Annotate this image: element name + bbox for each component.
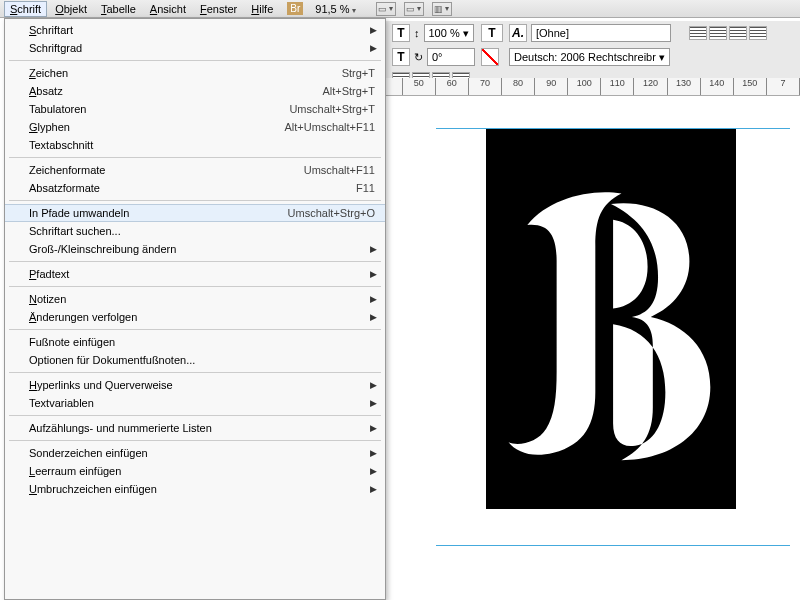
view-mode-icon-3[interactable]: ▥	[432, 2, 452, 16]
canvas[interactable]	[386, 96, 800, 600]
align-justify-icon[interactable]	[749, 26, 767, 40]
align-center-icon[interactable]	[709, 26, 727, 40]
language-field[interactable]: Deutsch: 2006 Rechtschreibr ▾	[509, 48, 670, 66]
menu-item-glyphen[interactable]: GlyphenAlt+Umschalt+F11	[5, 118, 385, 136]
menu-item-zeichen[interactable]: ZeichenStrg+T	[5, 64, 385, 82]
view-mode-icon-2[interactable]: ▭	[404, 2, 424, 16]
align-buttons[interactable]	[689, 26, 794, 40]
menu-item-optionen[interactable]: Optionen für Dokumentfußnoten...	[5, 351, 385, 369]
menu-schrift[interactable]: Schrift	[4, 1, 47, 17]
horizontal-ruler: 50 60 70 80 90 100 110 120 130 140 150 7	[386, 78, 800, 96]
schrift-menu-dropdown: Schriftart▶ Schriftgrad▶ ZeichenStrg+T A…	[4, 18, 386, 600]
menu-item-absatzformate[interactable]: AbsatzformateF11	[5, 179, 385, 197]
rotation-field[interactable]: 0°	[427, 48, 475, 66]
char-style-field[interactable]: [Ohne]	[531, 24, 671, 42]
no-fill-icon[interactable]	[481, 48, 499, 66]
menu-tabelle[interactable]: Tabelle	[95, 1, 142, 17]
menu-item-umbruch[interactable]: Umbruchzeichen einfügen▶	[5, 480, 385, 498]
menu-item-listen[interactable]: Aufzählungs- und nummerierte Listen▶	[5, 419, 385, 437]
menu-item-tabulatoren[interactable]: TabulatorenUmschalt+Strg+T	[5, 100, 385, 118]
menu-objekt[interactable]: Objekt	[49, 1, 93, 17]
character-icon: T	[392, 24, 410, 42]
view-mode-icon-1[interactable]: ▭	[376, 2, 396, 16]
menu-item-schriftgrad[interactable]: Schriftgrad▶	[5, 39, 385, 57]
char-a-icon: A.	[509, 24, 527, 42]
menu-item-hyperlinks[interactable]: Hyperlinks und Querverweise▶	[5, 376, 385, 394]
artwork-frame[interactable]	[486, 129, 736, 509]
menu-item-pfadtext[interactable]: Pfadtext▶	[5, 265, 385, 283]
menu-item-notizen[interactable]: Notizen▶	[5, 290, 385, 308]
menu-fenster[interactable]: Fenster	[194, 1, 243, 17]
menu-ansicht[interactable]: Ansicht	[144, 1, 192, 17]
menu-item-gross-klein[interactable]: Groß-/Kleinschreibung ändern▶	[5, 240, 385, 258]
letter-b-glyph	[496, 154, 726, 484]
menu-item-textabschnitt[interactable]: Textabschnitt	[5, 136, 385, 154]
menu-item-schriftart-suchen[interactable]: Schriftart suchen...	[5, 222, 385, 240]
char-style-icon: T	[481, 24, 503, 42]
menu-item-aenderungen[interactable]: Änderungen verfolgen▶	[5, 308, 385, 326]
menu-item-textvariablen[interactable]: Textvariablen▶	[5, 394, 385, 412]
menu-item-leerraum[interactable]: Leerraum einfügen▶	[5, 462, 385, 480]
menu-hilfe[interactable]: Hilfe	[245, 1, 279, 17]
menu-item-in-pfade-umwandeln[interactable]: In Pfade umwandelnUmschalt+Strg+O	[5, 204, 385, 222]
zoom-field[interactable]: 91,5 %	[315, 3, 355, 15]
align-left-icon[interactable]	[689, 26, 707, 40]
menubar: Schrift Objekt Tabelle Ansicht Fenster H…	[0, 0, 800, 18]
bridge-icon[interactable]: Br	[287, 2, 303, 15]
align-right-icon[interactable]	[729, 26, 747, 40]
text-rotate-icon: T	[392, 48, 410, 66]
scale-field[interactable]: 100 % ▾	[424, 24, 474, 42]
menu-item-absatz[interactable]: AbsatzAlt+Strg+T	[5, 82, 385, 100]
menu-item-sonderzeichen[interactable]: Sonderzeichen einfügen▶	[5, 444, 385, 462]
page-guide	[436, 128, 790, 546]
menu-item-schriftart[interactable]: Schriftart▶	[5, 21, 385, 39]
menu-item-fussnote[interactable]: Fußnote einfügen	[5, 333, 385, 351]
menu-item-zeichenformate[interactable]: ZeichenformateUmschalt+F11	[5, 161, 385, 179]
